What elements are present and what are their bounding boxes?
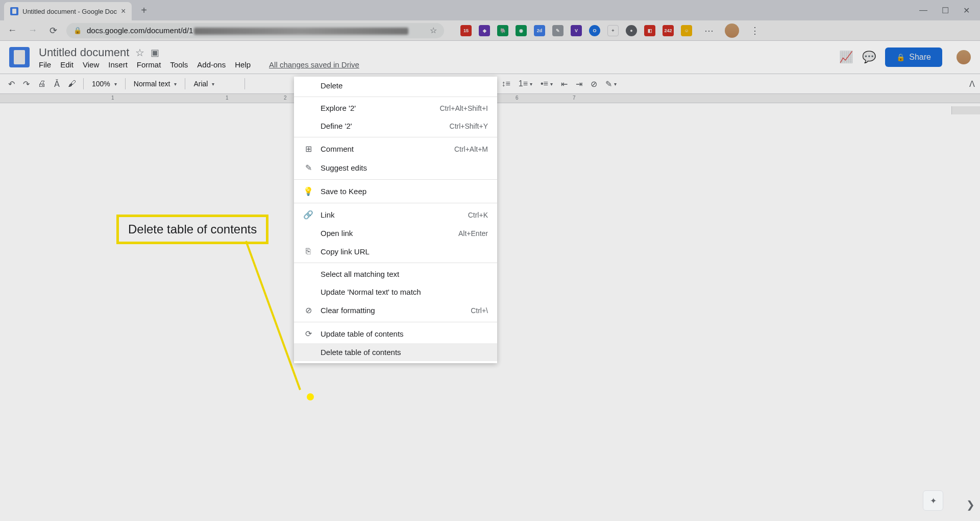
star-document-icon[interactable]: ☆ — [135, 46, 144, 59]
ext-icon[interactable]: ◆ — [479, 25, 490, 36]
undo-button[interactable]: ↶ — [5, 77, 18, 91]
ctx-keep[interactable]: 💡Save to Keep — [294, 182, 497, 201]
clear-format-button[interactable]: ⊘ — [587, 77, 600, 91]
increase-indent-button[interactable]: ⇥ — [573, 77, 585, 91]
context-menu: Delete Explore '2'Ctrl+Alt+Shift+I Defin… — [294, 77, 497, 363]
menu-help[interactable]: Help — [235, 60, 251, 69]
ext-icon[interactable]: ◧ — [644, 25, 655, 36]
menu-format[interactable]: Format — [137, 60, 161, 69]
ext-icon[interactable]: ◉ — [516, 25, 527, 36]
side-panel-expand-icon[interactable]: ❯ — [966, 499, 975, 511]
ctx-update-style[interactable]: Update 'Normal text' to match — [294, 283, 497, 301]
menu-bar: File Edit View Insert Format Tools Add-o… — [39, 60, 839, 69]
close-window-button[interactable]: ✕ — [963, 6, 970, 15]
ctx-suggest[interactable]: ✎Suggest edits — [294, 158, 497, 177]
copy-icon: ⎘ — [303, 247, 313, 256]
ext-icon[interactable]: O — [589, 25, 600, 36]
ctx-clear-formatting[interactable]: ⊘Clear formattingCtrl+\ — [294, 301, 497, 320]
menu-insert[interactable]: Insert — [108, 60, 128, 69]
clear-format-icon: ⊘ — [303, 305, 313, 315]
forward-button[interactable]: → — [26, 25, 40, 36]
ext-icon[interactable]: V — [571, 25, 582, 36]
link-icon: 🔗 — [303, 210, 313, 220]
maximize-button[interactable]: ☐ — [942, 6, 949, 15]
activity-icon[interactable]: 📈 — [839, 51, 853, 64]
lock-icon: 🔒 — [896, 53, 905, 61]
ext-icon[interactable]: + — [607, 25, 619, 36]
spellcheck-button[interactable]: Ǎ — [51, 77, 63, 91]
zoom-select[interactable]: 100% — [88, 78, 121, 90]
line-spacing-button[interactable]: ↕≡ — [498, 77, 513, 90]
decrease-indent-button[interactable]: ⇤ — [558, 77, 571, 91]
move-document-icon[interactable]: ▣ — [151, 47, 159, 58]
back-button[interactable]: ← — [5, 25, 19, 36]
numbered-list-button[interactable]: 1≡ — [516, 77, 535, 90]
keep-icon: 💡 — [303, 186, 313, 196]
ctx-select-matching[interactable]: Select all matching text — [294, 265, 497, 283]
menu-addons[interactable]: Add-ons — [197, 60, 226, 69]
tab-title: Untitled document - Google Doc — [22, 8, 117, 15]
callout-dot — [307, 393, 314, 400]
side-panel — [951, 106, 980, 114]
minimize-button[interactable]: — — [919, 6, 927, 15]
url-text: docs.google.com/document/d/1 — [87, 26, 408, 35]
refresh-icon: ⟳ — [303, 329, 313, 339]
new-tab-button[interactable]: + — [141, 5, 147, 16]
menu-file[interactable]: File — [39, 60, 51, 69]
browser-tab[interactable]: Untitled document - Google Doc × — [4, 2, 132, 20]
ctx-open-link[interactable]: Open linkAlt+Enter — [294, 224, 497, 242]
ctx-comment[interactable]: ⊞CommentCtrl+Alt+M — [294, 139, 497, 158]
print-button[interactable]: 🖨 — [35, 77, 49, 90]
menu-edit[interactable]: Edit — [60, 60, 74, 69]
ctx-define[interactable]: Define '2'Ctrl+Shift+Y — [294, 117, 497, 135]
explore-fab[interactable]: ✦ — [923, 490, 943, 511]
lock-icon: 🔒 — [74, 27, 82, 34]
ext-icon[interactable]: 2d — [534, 25, 545, 36]
editing-mode-button[interactable]: ✎ — [602, 77, 620, 91]
menu-tools[interactable]: Tools — [170, 60, 188, 69]
ext-icon[interactable]: ☺ — [681, 25, 692, 36]
ext-icon[interactable]: ● — [626, 25, 637, 36]
ext-icon[interactable]: 🐘 — [497, 25, 508, 36]
docs-header: Untitled document ☆ ▣ File Edit View Ins… — [0, 41, 980, 74]
tab-close-icon[interactable]: × — [121, 7, 126, 16]
menu-view[interactable]: View — [83, 60, 99, 69]
docs-favicon — [10, 7, 18, 15]
share-label: Share — [909, 53, 931, 62]
style-select[interactable]: Normal text — [130, 78, 181, 90]
comments-icon[interactable]: 💬 — [862, 51, 876, 64]
ext-icon[interactable]: ✎ — [552, 25, 564, 36]
comment-icon: ⊞ — [303, 144, 313, 154]
collapse-toolbar-icon[interactable]: ᐱ — [969, 79, 975, 89]
bulleted-list-button[interactable]: •≡ — [537, 77, 556, 90]
share-button[interactable]: 🔒 Share — [885, 48, 942, 67]
chrome-menu-icon[interactable]: ⋮ — [750, 25, 760, 36]
profile-avatar[interactable] — [725, 23, 739, 38]
font-select[interactable]: Arial — [189, 78, 240, 90]
reload-button[interactable]: ⟳ — [46, 25, 60, 36]
callout-line — [245, 241, 301, 390]
url-bar[interactable]: 🔒 docs.google.com/document/d/1 ☆ — [66, 23, 444, 38]
account-avatar[interactable] — [957, 50, 971, 64]
paint-format-button[interactable]: 🖌 — [65, 77, 79, 90]
redo-button[interactable]: ↷ — [20, 77, 33, 91]
document-title[interactable]: Untitled document — [39, 46, 129, 59]
ctx-copy-link[interactable]: ⎘Copy link URL — [294, 242, 497, 260]
ext-overflow[interactable]: ⋯ — [704, 25, 714, 36]
ctx-explore[interactable]: Explore '2'Ctrl+Alt+Shift+I — [294, 99, 497, 117]
save-status[interactable]: All changes saved in Drive — [269, 60, 359, 69]
address-bar-row: ← → ⟳ 🔒 docs.google.com/document/d/1 ☆ 1… — [0, 20, 980, 41]
window-controls: — ☐ ✕ — [919, 6, 980, 15]
ctx-delete-toc[interactable]: Delete table of contents — [294, 343, 497, 361]
extension-icons: 15 ◆ 🐘 ◉ 2d ✎ V O + ● ◧ 242 ☺ ⋯ — [460, 25, 714, 36]
suggest-icon: ✎ — [303, 163, 313, 173]
ext-icon[interactable]: 242 — [663, 25, 674, 36]
ext-icon[interactable]: 15 — [460, 25, 472, 36]
browser-tab-strip: Untitled document - Google Doc × + — ☐ ✕ — [0, 0, 980, 20]
bookmark-star-icon[interactable]: ☆ — [430, 26, 437, 35]
ctx-link[interactable]: 🔗LinkCtrl+K — [294, 205, 497, 224]
callout-label: Delete table of contents — [116, 215, 268, 244]
ctx-update-toc[interactable]: ⟳Update table of contents — [294, 324, 497, 343]
docs-logo[interactable] — [9, 47, 30, 67]
ctx-delete[interactable]: Delete — [294, 77, 497, 94]
